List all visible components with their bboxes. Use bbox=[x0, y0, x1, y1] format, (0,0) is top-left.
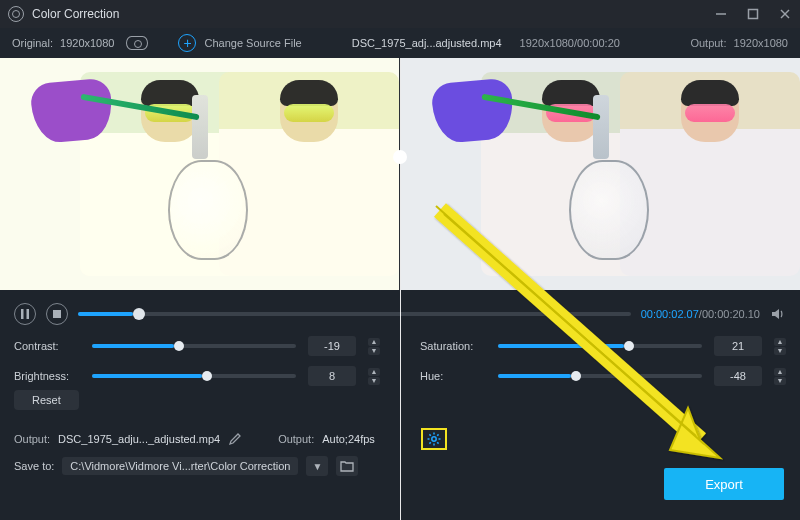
preview-area bbox=[0, 58, 800, 290]
svg-line-12 bbox=[429, 434, 430, 435]
app-logo-icon bbox=[8, 6, 24, 22]
save-path[interactable]: C:\Vidmore\Vidmore Vi...rter\Color Corre… bbox=[62, 457, 298, 475]
preview-left bbox=[0, 58, 399, 290]
original-label: Original: bbox=[12, 37, 53, 49]
compare-toggle-icon[interactable] bbox=[126, 36, 148, 50]
minimize-button[interactable] bbox=[714, 7, 728, 21]
original-res-label: Original: 1920x1080 bbox=[12, 37, 114, 49]
save-path-dropdown[interactable]: ▼ bbox=[306, 456, 328, 476]
contrast-spinner[interactable]: ▲▼ bbox=[368, 338, 380, 355]
hue-row: Hue: -48 ▲▼ bbox=[420, 366, 786, 386]
output-res: Output: 1920x1080 bbox=[690, 37, 788, 49]
seek-track[interactable] bbox=[78, 312, 631, 316]
contrast-row: Contrast: -19 ▲▼ bbox=[14, 336, 380, 356]
contrast-value[interactable]: -19 bbox=[308, 336, 356, 356]
output-value: 1920x1080 bbox=[734, 37, 788, 49]
svg-line-14 bbox=[437, 434, 438, 435]
saturation-row: Saturation: 21 ▲▼ bbox=[420, 336, 786, 356]
brightness-value[interactable]: 8 bbox=[308, 366, 356, 386]
volume-icon[interactable] bbox=[770, 306, 786, 322]
output-file-value: DSC_1975_adju..._adjusted.mp4 bbox=[58, 433, 220, 445]
contrast-label: Contrast: bbox=[14, 340, 80, 352]
brightness-label: Brightness: bbox=[14, 370, 80, 382]
hue-label: Hue: bbox=[420, 370, 486, 382]
export-button[interactable]: Export bbox=[664, 468, 784, 500]
output-label: Output: bbox=[690, 37, 726, 49]
maximize-button[interactable] bbox=[746, 7, 760, 21]
change-source-link[interactable]: Change Source File bbox=[204, 37, 301, 49]
svg-rect-6 bbox=[53, 310, 61, 318]
hue-value[interactable]: -48 bbox=[714, 366, 762, 386]
compare-divider[interactable] bbox=[400, 58, 401, 520]
svg-point-7 bbox=[432, 437, 436, 441]
source-meta: 1920x1080/00:00:20 bbox=[520, 37, 620, 49]
source-filename: DSC_1975_adj...adjusted.mp4 bbox=[352, 37, 502, 49]
pause-button[interactable] bbox=[14, 303, 36, 325]
svg-rect-4 bbox=[21, 309, 24, 319]
save-label: Save to: bbox=[14, 460, 54, 472]
svg-rect-1 bbox=[749, 10, 758, 19]
svg-line-15 bbox=[429, 442, 430, 443]
hue-slider[interactable] bbox=[498, 374, 702, 378]
time-total: 00:00:20.10 bbox=[702, 308, 760, 320]
time-current: 00:00:02.07 bbox=[641, 308, 699, 320]
rename-icon[interactable] bbox=[228, 432, 242, 446]
stop-button[interactable] bbox=[46, 303, 68, 325]
svg-rect-5 bbox=[27, 309, 30, 319]
add-source-button[interactable]: + bbox=[178, 34, 196, 52]
brightness-spinner[interactable]: ▲▼ bbox=[368, 368, 380, 385]
compare-divider-handle[interactable] bbox=[393, 150, 407, 164]
preview-right bbox=[399, 58, 800, 290]
close-button[interactable] bbox=[778, 7, 792, 21]
output-file-label: Output: bbox=[14, 433, 50, 445]
window-title: Color Correction bbox=[32, 7, 119, 21]
output-fmt-label: Output: bbox=[278, 433, 314, 445]
contrast-slider[interactable] bbox=[92, 344, 296, 348]
brightness-slider[interactable] bbox=[92, 374, 296, 378]
settings-gear-icon[interactable] bbox=[427, 432, 441, 446]
brightness-row: Brightness: 8 ▲▼ bbox=[14, 366, 380, 386]
reset-button[interactable]: Reset bbox=[14, 390, 79, 410]
seek-thumb[interactable] bbox=[133, 308, 145, 320]
header-bar: Original: 1920x1080 + Change Source File… bbox=[0, 28, 800, 58]
output-fmt-value: Auto;24fps bbox=[322, 433, 375, 445]
saturation-label: Saturation: bbox=[420, 340, 486, 352]
titlebar: Color Correction bbox=[0, 0, 800, 28]
source-res: 1920x1080 bbox=[520, 37, 574, 49]
source-dur: 00:00:20 bbox=[577, 37, 620, 49]
settings-highlight bbox=[421, 428, 447, 450]
saturation-value[interactable]: 21 bbox=[714, 336, 762, 356]
saturation-spinner[interactable]: ▲▼ bbox=[774, 338, 786, 355]
saturation-slider[interactable] bbox=[498, 344, 702, 348]
svg-line-13 bbox=[437, 442, 438, 443]
timecode: 00:00:02.07/00:00:20.10 bbox=[641, 308, 760, 320]
original-value: 1920x1080 bbox=[60, 37, 114, 49]
hue-spinner[interactable]: ▲▼ bbox=[774, 368, 786, 385]
open-folder-icon[interactable] bbox=[336, 456, 358, 476]
